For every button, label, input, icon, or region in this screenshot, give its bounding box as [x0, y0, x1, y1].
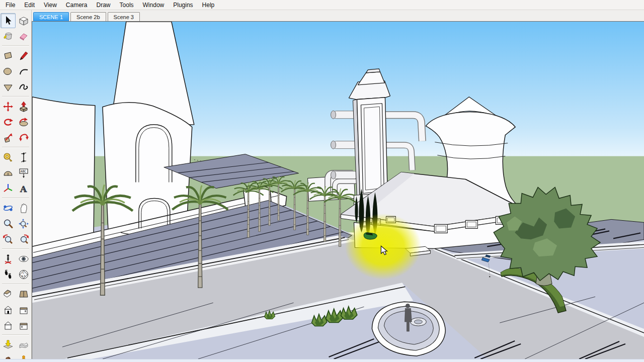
- look-around-icon: [18, 253, 29, 264]
- tool-view-right-button[interactable]: [16, 302, 31, 317]
- make-component-icon: [18, 15, 29, 26]
- tool-protractor-button[interactable]: [1, 165, 16, 180]
- view-left-icon: [18, 320, 29, 331]
- tool-position-camera-button[interactable]: [1, 251, 16, 266]
- menu-item-plugins[interactable]: Plugins: [169, 1, 197, 10]
- photo-textures-icon: [3, 355, 14, 359]
- left-building-mass-left[interactable]: [32, 97, 95, 250]
- menu-item-tools[interactable]: Tools: [115, 1, 138, 10]
- move-icon: [3, 101, 14, 112]
- view-front-icon: [3, 304, 14, 315]
- tool-section-plane-button[interactable]: CA-5: [16, 267, 31, 282]
- polygon-icon: [3, 81, 14, 93]
- tool-walk-button[interactable]: [1, 267, 16, 282]
- scene-tab-2[interactable]: Scene 2b: [70, 12, 106, 21]
- tool-polygon-button[interactable]: [1, 79, 16, 95]
- tool-eraser-button[interactable]: [16, 29, 31, 44]
- tool-dimension-button[interactable]: [16, 150, 31, 165]
- svg-text:A-5: A-5: [21, 275, 25, 278]
- tool-offset-button[interactable]: [16, 130, 31, 145]
- paint-bucket-icon: [3, 31, 14, 42]
- view-back-icon: [3, 320, 14, 331]
- tool-orbit-button[interactable]: [1, 201, 16, 216]
- tool-make-component-button[interactable]: [16, 13, 31, 28]
- position-camera-icon: [3, 253, 14, 264]
- toolbar-separator: [2, 248, 29, 249]
- circle-icon: [3, 66, 14, 77]
- tool-tape-measure-button[interactable]: [1, 150, 16, 165]
- tool-pan-button[interactable]: [16, 201, 31, 216]
- tool-circle-button[interactable]: [1, 64, 16, 79]
- toolbar-separator: [2, 96, 29, 97]
- tool-view-top-button[interactable]: [16, 287, 31, 302]
- tool-rectangle-button[interactable]: [1, 48, 16, 63]
- tool-follow-me-button[interactable]: [16, 115, 31, 130]
- tool-toggle-terrain-button[interactable]: [16, 337, 31, 352]
- menu-item-view[interactable]: View: [39, 1, 61, 10]
- walk-icon: [3, 269, 14, 280]
- tool-arc-button[interactable]: [16, 64, 31, 79]
- zoom-icon: [3, 218, 14, 229]
- select-icon: [3, 15, 14, 26]
- zoom-extents-icon: [18, 218, 29, 229]
- view-right-icon: [18, 304, 29, 315]
- drawing-area: SCENE 1Scene 2bScene 3: [32, 10, 644, 359]
- tool-line-button[interactable]: [16, 48, 31, 63]
- tool-text-button[interactable]: ABC: [16, 165, 31, 180]
- tool-look-around-button[interactable]: [16, 251, 31, 266]
- tool-get-current-view-button[interactable]: [1, 337, 16, 352]
- svg-text:A: A: [20, 184, 27, 194]
- scale-icon: [3, 132, 14, 143]
- tool-select-button[interactable]: [1, 13, 16, 28]
- arc-icon: [18, 66, 29, 77]
- tool-zoom-next-button[interactable]: [16, 232, 31, 247]
- view-iso-icon: [3, 289, 14, 300]
- scene-tab-1[interactable]: SCENE 1: [33, 12, 69, 21]
- tape-measure-icon: [3, 152, 14, 163]
- viewport[interactable]: [32, 21, 644, 359]
- tool-paint-bucket-button[interactable]: [1, 29, 16, 44]
- menu-item-help[interactable]: Help: [198, 1, 219, 10]
- toolbar-separator: [2, 147, 29, 148]
- push-pull-icon: [18, 101, 29, 112]
- tool-preview-model-button[interactable]: [16, 353, 31, 359]
- tool-rotate-button[interactable]: [1, 115, 16, 130]
- tool-zoom-button[interactable]: [1, 216, 16, 231]
- model-scene[interactable]: [32, 22, 644, 359]
- tool-view-back-button[interactable]: [1, 318, 16, 333]
- rotate-icon: [3, 117, 14, 128]
- tool-move-button[interactable]: [1, 99, 16, 114]
- tool-palette: ABCACA-5: [0, 10, 32, 359]
- tool-view-left-button[interactable]: [16, 318, 31, 333]
- tool-3d-text-button[interactable]: A: [16, 181, 31, 196]
- tool-push-pull-button[interactable]: [16, 99, 31, 114]
- freehand-icon: [18, 81, 29, 93]
- menu-item-file[interactable]: File: [1, 1, 20, 10]
- scene-tab-3[interactable]: Scene 3: [108, 12, 140, 21]
- status-strip: [0, 359, 644, 362]
- tool-axes-button[interactable]: [1, 181, 16, 196]
- model-car[interactable]: [364, 232, 377, 239]
- selection-highlight: [345, 213, 421, 280]
- pan-icon: [18, 203, 29, 214]
- tool-view-front-button[interactable]: [1, 302, 16, 317]
- menu-item-draw[interactable]: Draw: [92, 1, 115, 10]
- dimension-icon: [18, 152, 29, 163]
- tool-zoom-previous-button[interactable]: [1, 232, 16, 247]
- menu-item-camera[interactable]: Camera: [61, 1, 92, 10]
- tool-freehand-button[interactable]: [16, 79, 31, 95]
- section-plane-icon: CA-5: [18, 269, 29, 280]
- eraser-icon: [18, 31, 29, 42]
- tool-scale-button[interactable]: [1, 130, 16, 145]
- rectangle-icon: [3, 50, 14, 61]
- toolbar-separator: [2, 198, 29, 199]
- menu-item-window[interactable]: Window: [138, 1, 169, 10]
- toolbar-separator: [2, 284, 29, 285]
- menu-bar: FileEditViewCameraDrawToolsWindowPlugins…: [0, 0, 644, 10]
- tool-zoom-extents-button[interactable]: [16, 216, 31, 231]
- tool-view-iso-button[interactable]: [1, 287, 16, 302]
- tool-photo-textures-button[interactable]: [1, 353, 16, 359]
- offset-icon: [18, 132, 29, 143]
- app-body: ABCACA-5 SCENE 1Scene 2bScene 3: [0, 10, 644, 359]
- menu-item-edit[interactable]: Edit: [20, 1, 39, 10]
